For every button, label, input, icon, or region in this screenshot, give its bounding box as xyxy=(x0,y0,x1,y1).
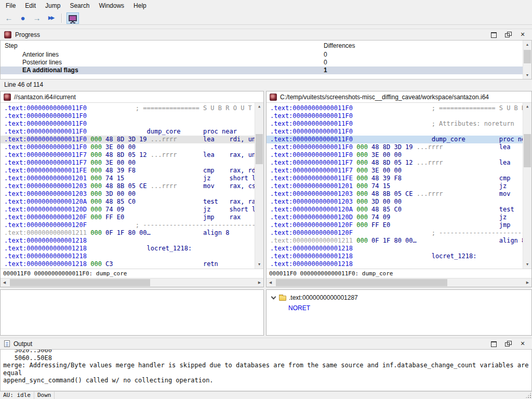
close-icon[interactable]: × xyxy=(520,32,526,37)
tree-item[interactable]: .text:0000000000001287 xyxy=(271,292,531,303)
output-title: Output xyxy=(14,340,32,348)
left-vertical-scrollbar[interactable]: ▲ ▼ xyxy=(255,103,263,269)
pause-button[interactable]: ● xyxy=(17,12,29,24)
tree-item[interactable]: NORET xyxy=(288,303,531,313)
scrollbar-thumb[interactable] xyxy=(256,134,263,164)
disasm-line[interactable]: .text:0000000000001218 xyxy=(1,252,255,260)
disasm-line[interactable]: .text:00000000000011F0 000 3E 00 00 xyxy=(267,151,523,159)
disasm-line[interactable]: .text:00000000000011F0 xyxy=(1,112,255,120)
navigate-back-button[interactable]: ← xyxy=(3,12,15,24)
progress-row[interactable]: EA additional flags1 xyxy=(1,66,531,74)
chevron-down-icon[interactable] xyxy=(271,294,276,299)
disasm-line[interactable]: .text:000000000000120A 000 48 85 C0 test… xyxy=(1,198,255,206)
disasm-line[interactable]: .text:00000000000011F0 xyxy=(267,112,523,120)
disasm-line[interactable]: .text:0000000000001203 000 3D 00 00 xyxy=(1,190,255,198)
disassembly-view-left[interactable]: .text:00000000000011F0 ; ===============… xyxy=(1,103,263,269)
scroll-up-icon[interactable]: ▲ xyxy=(523,103,531,111)
maximize-button[interactable] xyxy=(490,341,497,347)
disasm-line[interactable]: .text:00000000000011F7 000 48 8D 05 12 .… xyxy=(1,151,255,159)
disasm-line[interactable]: .text:000000000000120D 000 74 09 jz shor… xyxy=(1,206,255,214)
scrollbar-thumb[interactable] xyxy=(10,279,150,286)
disasm-line[interactable]: .text:0000000000001203 000 48 8B 05 CE .… xyxy=(1,182,255,190)
resize-grip[interactable] xyxy=(525,392,532,399)
disasm-line[interactable]: .text:0000000000001218 xyxy=(1,237,255,245)
locations-tree-panel: .text:0000000000001287 NORET xyxy=(266,289,532,336)
scroll-down-icon[interactable]: ▼ xyxy=(255,261,263,269)
disasm-line[interactable]: .text:000000000000120F 000 FF E0 jmp rax xyxy=(1,214,255,221)
disasm-line[interactable]: .text:0000000000001211 000 0F 1F 80 00… … xyxy=(1,229,255,237)
progress-row[interactable]: Posterior lines0 xyxy=(1,59,531,66)
disasm-line[interactable]: .text:00000000000011F0 000 48 8D 3D 19 .… xyxy=(1,136,255,143)
disasm-line[interactable]: .text:000000000000120F ; ---------------… xyxy=(1,221,255,229)
disasm-line[interactable]: .text:0000000000001218 locret_1218: xyxy=(267,252,523,260)
progress-vertical-scrollbar[interactable]: ▲ ▼ xyxy=(523,41,531,79)
progress-row[interactable]: Anterior lines0 xyxy=(1,51,531,59)
output-panel: Output × 5020..5060 5060..50E8merge: Add… xyxy=(0,338,532,391)
scrollbar-thumb[interactable] xyxy=(524,134,531,167)
screen-toggle-button[interactable] xyxy=(66,12,79,24)
right-pane-title: C:/temp/vuitests/screenshots-misc__diffi… xyxy=(280,94,489,101)
menu-item-help[interactable]: Help xyxy=(129,1,151,11)
scroll-down-icon[interactable]: ▼ xyxy=(523,261,531,269)
disasm-line[interactable]: .text:00000000000011FE 000 48 39 F8 cmp … xyxy=(1,167,255,175)
continue-button[interactable]: ▶▶ xyxy=(45,12,57,24)
disasm-line[interactable]: .text:000000000000120F 000 FF E0 jmp rax xyxy=(267,221,523,229)
navigate-forward-button[interactable]: → xyxy=(31,12,43,24)
close-icon[interactable]: × xyxy=(520,341,526,347)
disasm-line[interactable]: .text:00000000000011F0 000 3E 00 00 xyxy=(1,143,255,151)
disasm-line[interactable]: .text:00000000000011FE 000 48 39 F8 cmp … xyxy=(267,175,523,182)
disasm-line[interactable]: .text:00000000000011F0 000 48 8D 3D 19 .… xyxy=(267,143,523,151)
disasm-line[interactable]: .text:00000000000011F0 ; ===============… xyxy=(267,104,523,112)
disasm-line[interactable]: .text:0000000000001218 xyxy=(267,245,523,252)
progress-table-header: Step Differences xyxy=(1,41,531,51)
disasm-line[interactable]: .text:0000000000001218 000 C3 retn xyxy=(1,260,255,268)
scroll-left-icon[interactable]: ◀ xyxy=(1,278,8,287)
scroll-left-icon[interactable]: ◀ xyxy=(267,278,274,287)
right-horizontal-scrollbar[interactable]: ◀ ▶ xyxy=(267,278,531,287)
disasm-line[interactable]: .text:00000000000011F0 xyxy=(267,128,523,136)
empty-panel xyxy=(0,289,264,336)
scroll-right-icon[interactable]: ▶ xyxy=(524,278,531,287)
disasm-line[interactable]: .text:0000000000001218 xyxy=(267,260,523,268)
float-button[interactable] xyxy=(505,32,511,37)
menu-item-jump[interactable]: Jump xyxy=(41,1,65,11)
disasm-line[interactable]: .text:00000000000011F0 dump_core proc ne… xyxy=(267,136,523,143)
column-step: Step xyxy=(5,42,18,49)
float-button[interactable] xyxy=(505,341,511,347)
disasm-line[interactable]: .text:0000000000001203 000 48 8B 05 CE .… xyxy=(267,190,523,198)
right-pane-status: 000011F0 00000000000011F0: dump_core xyxy=(267,269,531,278)
disasm-line[interactable]: .text:00000000000011F7 000 48 8D 05 12 .… xyxy=(267,159,523,167)
maximize-button[interactable] xyxy=(490,32,497,37)
disasm-line[interactable]: .text:0000000000001211 000 0F 1F 80 00… … xyxy=(267,237,523,245)
scroll-right-icon[interactable]: ▶ xyxy=(256,278,263,287)
disasm-pane-left: //santazon.i64#current .text:00000000000… xyxy=(0,91,264,287)
scrollbar-thumb[interactable] xyxy=(524,50,531,63)
output-log[interactable]: 5020..5060 5060..50E8merge: Addressing/B… xyxy=(0,349,532,391)
output-line: 5060..50E8 xyxy=(3,354,529,362)
scroll-up-icon[interactable]: ▲ xyxy=(523,41,531,48)
disasm-line[interactable]: .text:00000000000011F0 xyxy=(1,120,255,128)
menu-item-windows[interactable]: Windows xyxy=(94,1,129,11)
menu-bar: FileEditJumpSearchWindowsHelp xyxy=(0,0,532,11)
disasm-line[interactable]: .text:00000000000011F7 000 3E 00 00 xyxy=(1,159,255,167)
menu-item-edit[interactable]: Edit xyxy=(20,1,41,11)
disasm-line[interactable]: .text:00000000000011F0 ; Attributes: nor… xyxy=(267,120,523,128)
disasm-line[interactable]: .text:000000000000120D 000 74 09 jz shor… xyxy=(267,214,523,221)
menu-item-search[interactable]: Search xyxy=(65,1,94,11)
disasm-line[interactable]: .text:00000000000011F0 dump_core proc ne… xyxy=(1,128,255,136)
disasm-line[interactable]: .text:0000000000001201 000 74 15 jz shor… xyxy=(267,182,523,190)
disasm-line[interactable]: .text:00000000000011F0 ; ===============… xyxy=(1,104,255,112)
disasm-line[interactable]: .text:0000000000001201 000 74 15 jz shor… xyxy=(1,175,255,182)
scrollbar-thumb[interactable] xyxy=(276,279,447,286)
disasm-line[interactable]: .text:000000000000120F ; ---------------… xyxy=(267,229,523,237)
disassembly-view-right[interactable]: .text:00000000000011F0 ; ===============… xyxy=(267,103,531,269)
disasm-line[interactable]: .text:0000000000001203 000 3D 00 00 xyxy=(267,198,523,206)
disasm-line[interactable]: .text:0000000000001218 locret_1218: xyxy=(1,245,255,252)
disasm-line[interactable]: .text:000000000000120A 000 48 85 C0 test… xyxy=(267,206,523,214)
scroll-down-icon[interactable]: ▼ xyxy=(523,71,531,79)
right-vertical-scrollbar[interactable]: ▲ ▼ xyxy=(523,103,531,269)
left-horizontal-scrollbar[interactable]: ◀ ▶ xyxy=(1,278,263,287)
menu-item-file[interactable]: File xyxy=(1,1,20,11)
disasm-line[interactable]: .text:00000000000011F7 000 3E 00 00 xyxy=(267,167,523,175)
scroll-up-icon[interactable]: ▲ xyxy=(255,103,263,111)
